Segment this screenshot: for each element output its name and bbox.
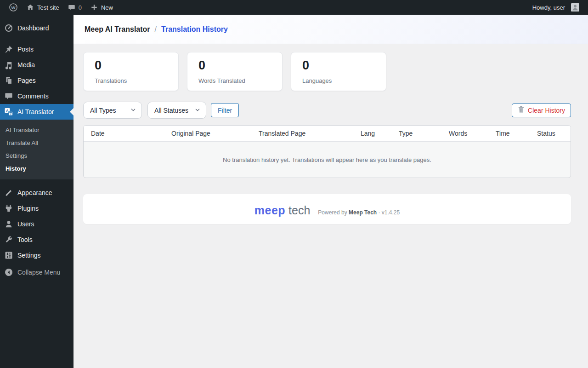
stat-card-words-translated: 0 Words Translated [187,52,283,91]
howdy-label: Howdy, user [532,4,565,11]
sidebar-item-dashboard[interactable]: Dashboard [0,20,74,36]
clear-history-button[interactable]: Clear History [512,104,571,117]
stat-label: Words Translated [198,77,282,84]
submenu-item-label: Translate All [6,139,38,146]
empty-state-message: No translation history yet. Translations… [84,142,571,178]
meep-logo-secondary: tech [288,204,310,217]
dashboard-icon [4,23,13,33]
sidebar-item-label: Appearance [17,189,52,196]
submenu-item-settings[interactable]: Settings [0,149,74,162]
stat-value: 0 [95,59,178,73]
sidebar-item-settings[interactable]: Settings [0,247,74,263]
admin-sidebar: Dashboard Posts Media Pages Comments A [0,15,74,368]
sliders-icon [4,251,13,260]
sidebar-item-label: Plugins [17,205,39,212]
wrench-icon [4,235,13,244]
menu-separator [0,36,74,41]
column-header-status: Status [537,130,571,137]
column-header-words: Words [449,130,496,137]
trash-icon [518,106,525,115]
translate-icon: A [4,107,13,116]
site-name-link[interactable]: Test site [22,0,63,15]
admin-bar-left: W Test site 0 New [5,0,117,15]
sidebar-item-media[interactable]: Media [0,57,74,73]
submenu-item-ai-translator[interactable]: AI Translator [0,123,74,136]
status-filter-value: All Statuses [154,107,188,114]
sidebar-item-label: Dashboard [17,24,49,32]
column-header-lang: Lang [361,130,399,137]
new-content-menu[interactable]: New [86,0,117,15]
sidebar-item-appearance[interactable]: Appearance [0,185,74,201]
breadcrumb: Meep AI Translator / Translation History [85,25,228,34]
svg-text:W: W [11,5,16,10]
type-filter-value: All Types [90,107,116,114]
comments-admin-link[interactable]: 0 [63,0,86,15]
filter-button[interactable]: Filter [211,103,239,117]
comment-bubble-icon [68,3,76,12]
home-icon [26,3,34,12]
column-header-original-page: Original Page [171,130,259,137]
type-filter-select[interactable]: All Types [83,102,142,119]
user-icon [4,219,13,229]
brand-name: Meep Tech [349,209,377,216]
submenu-item-label: History [6,165,26,172]
page-body: 0 Translations 0 Words Translated 0 Lang… [74,44,588,224]
sidebar-item-label: Tools [17,236,33,243]
collapse-menu-button[interactable]: Collapse Menu [0,264,74,280]
sidebar-item-label: Comments [17,92,49,100]
brush-icon [4,188,13,197]
sidebar-item-label: Posts [17,46,34,53]
sidebar-item-label: Media [17,61,35,69]
stats-row: 0 Translations 0 Words Translated 0 Lang… [83,52,571,91]
sidebar-item-posts[interactable]: Posts [0,41,74,57]
wordpress-logo-menu[interactable]: W [5,0,22,15]
submenu-item-label: AI Translator [6,126,40,133]
submenu-item-label: Settings [6,152,27,159]
page-header: Meep AI Translator / Translation History [74,15,588,44]
clear-history-label: Clear History [528,107,565,114]
submenu-item-translate-all[interactable]: Translate All [0,136,74,149]
filter-row: All Types All Statuses Filter Clear Hist… [83,102,571,119]
sidebar-item-label: AI Translator [17,108,54,115]
wordpress-logo-icon: W [9,3,18,12]
stat-value: 0 [198,59,282,73]
sidebar-item-tools[interactable]: Tools [0,232,74,247]
site-name-label: Test site [37,4,59,11]
history-table: Date Original Page Translated Page Lang … [83,125,571,178]
stat-card-languages: 0 Languages [291,52,386,91]
column-header-time: Time [496,130,537,137]
sidebar-item-users[interactable]: Users [0,216,74,232]
breadcrumb-separator: / [155,25,157,34]
admin-bar-right: Howdy, user [528,0,583,15]
sidebar-item-ai-translator[interactable]: A AI Translator [0,104,74,120]
breadcrumb-current[interactable]: Translation History [161,25,228,34]
stat-label: Languages [302,77,386,84]
sidebar-item-label: Collapse Menu [17,269,60,276]
plug-icon [4,204,13,213]
collapse-arrow-icon [4,268,13,277]
column-header-type: Type [399,130,449,137]
status-filter-select[interactable]: All Statuses [147,102,206,119]
comments-icon [4,92,13,101]
sidebar-item-label: Settings [17,252,41,259]
pages-icon [4,76,13,85]
version-text: · v1.4.25 [377,209,400,216]
avatar [571,3,579,12]
table-header-row: Date Original Page Translated Page Lang … [84,126,571,142]
admin-bar: W Test site 0 New Howdy, user [0,0,588,15]
stat-card-translations: 0 Translations [83,52,179,91]
meep-logo-primary: meep [254,204,285,217]
plus-icon [90,3,98,12]
submenu-item-history[interactable]: History [0,162,74,175]
stat-value: 0 [302,59,386,73]
column-header-translated-page: Translated Page [259,130,361,137]
new-label: New [101,4,113,11]
sidebar-item-label: Users [17,220,34,228]
menu-separator [0,179,74,185]
pin-icon [4,45,13,54]
sidebar-item-comments[interactable]: Comments [0,88,74,104]
sidebar-item-pages[interactable]: Pages [0,73,74,88]
main-content: Meep AI Translator / Translation History… [74,15,588,368]
sidebar-item-plugins[interactable]: Plugins [0,201,74,216]
account-menu[interactable]: Howdy, user [528,0,583,15]
